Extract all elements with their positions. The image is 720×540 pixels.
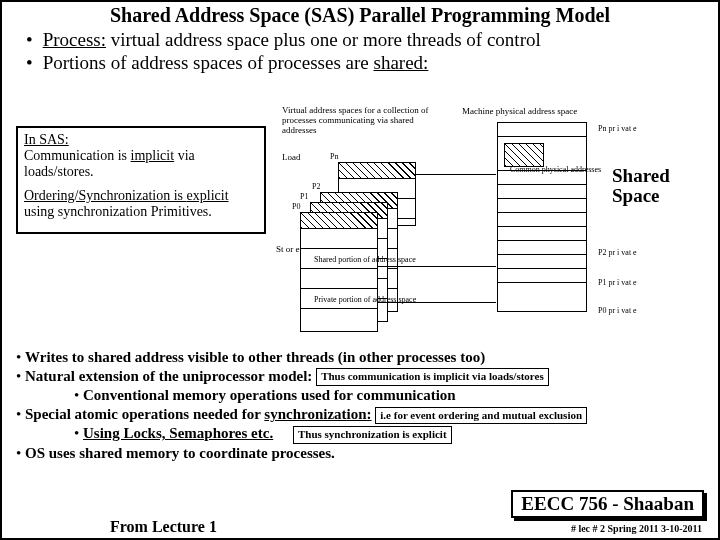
leftbox-p1: In SAS:Communication is implicit via loa… [24,132,258,180]
footer: # lec # 2 Spring 2011 3-10-2011 [571,523,702,534]
load-label: Load [282,152,301,162]
p1-private-label: P1 pr i vat e [598,278,637,287]
bullet-atomic: • Special atomic operations needed for s… [16,405,714,424]
portions-text: Portions of address spaces of processes … [43,52,374,73]
bullet-os: • OS uses shared memory to coordinate pr… [16,444,714,463]
bullet-conventional: • Conventional memory operations used fo… [74,386,714,405]
private-portion-label: Private portion of address space [314,296,416,304]
bullet-locks: • Using Locks, Semaphores etc. Thus sync… [74,424,714,443]
box-sync-explicit: Thus synchronization is explicit [293,426,452,444]
caption-physical: Machine physical address space [462,106,577,116]
process-text: virtual address space plus one or more t… [106,29,541,50]
pn-private-label: Pn pr i vat e [598,124,637,133]
slide-title: Shared Address Space (SAS) Parallel Prog… [2,2,718,27]
box-implicit: Thus communication is implicit via loads… [316,368,549,386]
arrow-line [378,302,496,303]
in-sas-label: In SAS: [24,132,69,147]
pn-label: Pn [330,152,338,161]
bullet-natural: • Natural extension of the uniprocessor … [16,367,714,386]
shared-label: shared: [373,52,428,73]
p0-label: P0 [292,202,300,211]
box-event-ordering: i.e for event ordering and mutual exclus… [375,407,587,425]
bullet-writes: • Writes to shared address visible to ot… [16,348,714,367]
stack-p0 [300,212,378,332]
arrow-line [416,174,496,175]
top-bullet-list: Process: virtual address space plus one … [26,29,718,74]
course-box: EECC 756 - Shaaban [511,490,704,518]
bullet-portions: Portions of address spaces of processes … [26,52,718,74]
bottom-bullets: • Writes to shared address visible to ot… [14,348,714,463]
process-label: Process: [43,29,106,50]
left-box: In SAS:Communication is implicit via loa… [16,126,266,234]
p2-private-label: P2 pr i vat e [598,248,637,257]
store-label: St or e [276,244,300,254]
common-physical-label: Common physical addresses [510,166,601,174]
bullet-process: Process: virtual address space plus one … [26,29,718,51]
p1-label: P1 [300,192,308,201]
shared-portion-label: Shared portion of address space [314,256,416,264]
p0-private-label: P0 pr i vat e [598,306,637,315]
leftbox-p2: Ordering/Synchronization is explicit usi… [24,188,258,220]
shared-space-label: Shared Space [612,166,706,206]
slide: Shared Address Space (SAS) Parallel Prog… [0,0,720,540]
from-lecture-label: From Lecture 1 [110,518,217,536]
p2-label: P2 [312,182,320,191]
arrow-line [378,266,496,267]
physical-memory-box [497,122,587,312]
caption-virtual: Virtual address spaces for a collection … [282,106,442,136]
diagram: Virtual address spaces for a collection … [282,106,706,336]
